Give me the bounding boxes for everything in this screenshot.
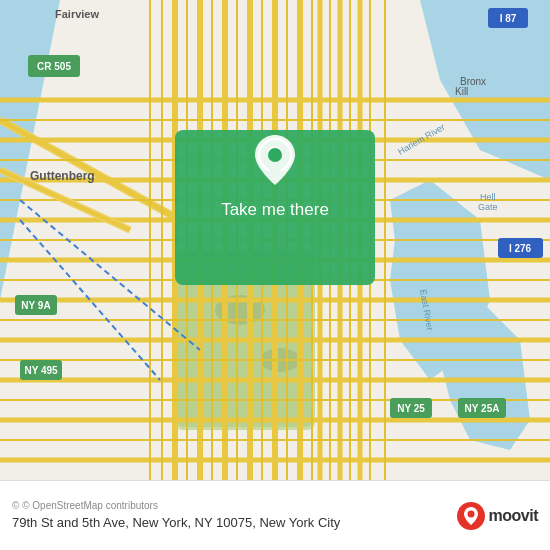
map-view: CR 505 NY 9A NY 495 I 87 I 276 NY 25 NY … (0, 0, 550, 480)
svg-text:Kill: Kill (455, 86, 468, 97)
svg-text:Gate: Gate (478, 202, 498, 212)
footer-attribution: © © OpenStreetMap contributors (12, 500, 447, 511)
footer-address: 79th St and 5th Ave, New York, NY 10075,… (12, 515, 447, 532)
moovit-icon (457, 502, 485, 530)
svg-text:NY 25: NY 25 (397, 403, 425, 414)
svg-point-83 (467, 510, 474, 517)
svg-text:Hell: Hell (480, 192, 496, 202)
moovit-text: moovit (489, 507, 538, 525)
svg-text:I 276: I 276 (509, 243, 532, 254)
svg-text:Fairview: Fairview (55, 8, 99, 20)
svg-text:NY 25A: NY 25A (465, 403, 500, 414)
svg-text:Guttenberg: Guttenberg (30, 169, 95, 183)
svg-text:I 87: I 87 (500, 13, 517, 24)
svg-text:NY 495: NY 495 (24, 365, 58, 376)
moovit-logo: moovit (457, 502, 538, 530)
svg-text:CR 505: CR 505 (37, 61, 71, 72)
svg-text:Take me there: Take me there (221, 200, 329, 219)
attribution-text: © OpenStreetMap contributors (22, 500, 158, 511)
footer-left: © © OpenStreetMap contributors 79th St a… (12, 500, 447, 532)
footer-bar: © © OpenStreetMap contributors 79th St a… (0, 480, 550, 550)
svg-text:NY 9A: NY 9A (21, 300, 50, 311)
svg-point-81 (268, 148, 282, 162)
attribution-symbol: © (12, 500, 22, 511)
